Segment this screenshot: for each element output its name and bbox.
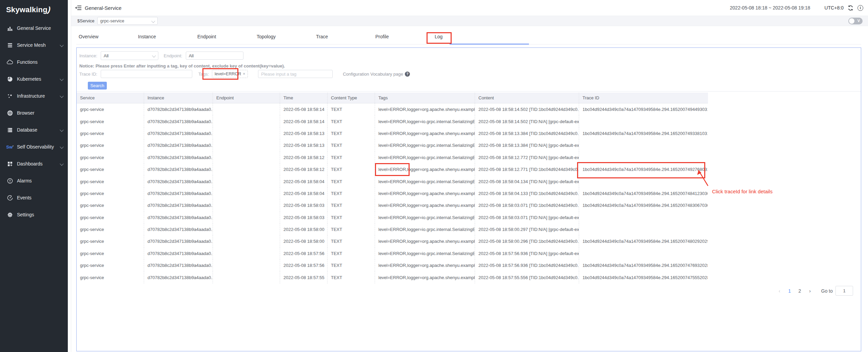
tag-chip[interactable]: level=ERROR × (212, 70, 248, 78)
cell-time: 2022-05-08 18:58:00 (280, 223, 327, 235)
cell-time: 2022-05-08 18:58:12 (280, 152, 327, 163)
endpoint-input[interactable] (186, 52, 243, 60)
database-icon (7, 127, 13, 133)
cell-tags: level=ERROR,logger=org.apache.shenyu.exa… (375, 103, 475, 115)
cell-service: grpc-service (77, 259, 144, 271)
cell-content: 2022-05-08 18:57:56.936 [TID:N/A] [grpc-… (475, 248, 579, 259)
filter-row-secondary: Trace ID: Tags: level=ERROR × Configurat… (79, 69, 410, 79)
cell-trace-id[interactable]: 1bc04d9244d349c0a74a14709349584e.294.165… (579, 235, 708, 247)
table-row[interactable]: grpc-serviced70782b8c2d347138b9a4aada0..… (77, 212, 708, 223)
sidebar-item-functions[interactable]: Functions (0, 54, 68, 71)
cell-instance: d70782b8c2d347138b9a4aada0... (144, 271, 213, 283)
time-range-picker[interactable]: 2022-05-08 18:18 ~ 2022-05-08 19:18 (730, 5, 810, 11)
column-header-content: Content (475, 93, 579, 103)
table-row[interactable]: grpc-serviced70782b8c2d347138b9a4aada0..… (77, 103, 708, 115)
sidebar-collapse-icon[interactable] (74, 3, 83, 12)
cell-content: 2022-05-08 18:58:04.134 [TID:N/A] [grpc-… (475, 175, 579, 187)
tab-topology[interactable]: Topology (257, 30, 276, 44)
cell-tags: level=ERROR,logger=io.grpc.internal.Seri… (375, 152, 475, 163)
cell-tags: level=ERROR,logger=io.grpc.internal.Seri… (375, 139, 475, 151)
table-row[interactable]: grpc-serviced70782b8c2d347138b9a4aada0..… (77, 248, 708, 259)
table-row[interactable]: grpc-serviced70782b8c2d347138b9a4aada0..… (77, 259, 708, 271)
cell-trace-id (579, 248, 708, 259)
sidebar-item-events[interactable]: Events (0, 189, 68, 206)
alert-circle-icon (7, 178, 13, 184)
sidebar-item-kubernetes[interactable]: Kubernetes (0, 71, 68, 87)
table-row[interactable]: grpc-serviced70782b8c2d347138b9a4aada0..… (77, 115, 708, 127)
cell-trace-id (579, 175, 708, 187)
cell-trace-id[interactable]: 1bc04d9244d349c0a74a14709349584e.294.165… (579, 188, 708, 199)
sidebar-item-dashboards[interactable]: Dashboards (0, 155, 68, 172)
cell-endpoint (213, 115, 280, 127)
tab-profile[interactable]: Profile (375, 30, 389, 44)
table-row[interactable]: grpc-serviced70782b8c2d347138b9a4aada0..… (77, 271, 708, 283)
trace-id-input[interactable] (101, 70, 192, 78)
column-header-endpoint: Endpoint (213, 93, 280, 103)
sidebar-item-label: Settings (17, 212, 63, 217)
sidebar-item-infrastructure[interactable]: Infrastructure (0, 87, 68, 104)
app-logo: Skywalking) (0, 0, 68, 20)
tag-chip-text: level=ERROR (215, 72, 241, 76)
sidebar-item-alarms[interactable]: Alarms (0, 172, 68, 189)
table-row[interactable]: grpc-serviced70782b8c2d347138b9a4aada0..… (77, 199, 708, 211)
cell-time: 2022-05-08 18:58:03 (280, 199, 327, 211)
cell-content-type: TEXT (327, 199, 375, 211)
tag-remove-icon[interactable]: × (243, 72, 245, 76)
dots-icon (7, 93, 13, 99)
goto-page-input[interactable] (835, 286, 853, 296)
table-row[interactable]: grpc-serviced70782b8c2d347138b9a4aada0..… (77, 175, 708, 187)
help-question-icon[interactable]: ? (405, 72, 410, 77)
sidebar-item-label: Database (17, 127, 58, 133)
cell-content: 2022-05-08 18:58:04.133 [TID:1bc04d9244d… (475, 188, 579, 199)
table-row[interactable]: grpc-serviced70782b8c2d347138b9a4aada0..… (77, 223, 708, 235)
cell-trace-id[interactable]: 1bc04d9244d349c0a74a14709349584e.294.165… (579, 103, 708, 115)
cell-instance: d70782b8c2d347138b9a4aada0... (144, 163, 213, 175)
table-row[interactable]: grpc-serviced70782b8c2d347138b9a4aada0..… (77, 163, 708, 175)
chevron-down-icon (60, 43, 63, 47)
sidebar-item-self-observability[interactable]: Sw’Self Observability (0, 138, 68, 155)
sidebar-item-general-service[interactable]: General Service (0, 20, 68, 37)
prev-page-icon[interactable]: ‹ (775, 287, 784, 295)
column-header-instance: Instance (144, 93, 213, 103)
table-row[interactable]: grpc-serviced70782b8c2d347138b9a4aada0..… (77, 128, 708, 139)
cell-trace-id[interactable]: 1bc04d9244d349c0a74a14709349584e.294.165… (579, 199, 708, 211)
instance-select[interactable]: All (101, 51, 158, 60)
sidebar-item-label: Infrastructure (17, 93, 58, 99)
cell-instance: d70782b8c2d347138b9a4aada0... (144, 235, 213, 247)
cell-trace-id[interactable]: 1bc04d9244d349c0a74a14709349584e.294.165… (579, 163, 708, 175)
tab-instance[interactable]: Instance (138, 30, 156, 44)
cell-content: 2022-05-08 18:58:14.502 [TID:N/A] [grpc-… (475, 115, 579, 127)
refresh-icon[interactable] (848, 5, 853, 11)
table-row[interactable]: grpc-serviced70782b8c2d347138b9a4aada0..… (77, 139, 708, 151)
cell-trace-id[interactable]: 1bc04d9244d349c0a74a14709349584e.294.165… (579, 128, 708, 139)
tab-overview[interactable]: Overview (79, 30, 98, 44)
page-number-2[interactable]: 2 (796, 287, 804, 295)
page-number-1[interactable]: 1 (786, 287, 794, 295)
cell-instance: d70782b8c2d347138b9a4aada0... (144, 199, 213, 211)
cell-trace-id[interactable]: 1bc04d9244d349c0a74a14709349584e.294.165… (579, 259, 708, 271)
instance-select-value: All (104, 53, 108, 58)
sidebar-item-browser[interactable]: Browser (0, 104, 68, 121)
sidebar-item-database[interactable]: Database (0, 121, 68, 138)
timer-icon (7, 195, 13, 201)
table-row[interactable]: grpc-serviced70782b8c2d347138b9a4aada0..… (77, 188, 708, 199)
sidebar-item-service-mesh[interactable]: Service Mesh (0, 37, 68, 54)
vocabulary-page-link[interactable]: Configuration Vocabulary page (343, 72, 403, 77)
table-row[interactable]: grpc-serviced70782b8c2d347138b9a4aada0..… (77, 152, 708, 163)
column-header-content-type: Content Type (327, 93, 375, 103)
search-button[interactable]: Search (88, 82, 107, 90)
next-page-icon[interactable]: › (806, 287, 814, 295)
tab-log[interactable]: Log (435, 30, 442, 44)
cell-trace-id[interactable]: 1bc04d9244d349c0a74a14709349584e.294.165… (579, 271, 708, 283)
chevron-down-icon (152, 54, 156, 57)
bar-chart-icon (7, 25, 13, 31)
tag-input[interactable] (258, 70, 333, 78)
info-icon[interactable]: i (857, 5, 863, 11)
tab-trace[interactable]: Trace (316, 30, 328, 44)
table-row[interactable]: grpc-serviced70782b8c2d347138b9a4aada0..… (77, 235, 708, 247)
sidebar-item-settings[interactable]: Settings (0, 206, 68, 223)
service-select[interactable]: grpc-service (97, 17, 158, 25)
view-mode-toggle[interactable]: V (848, 18, 863, 24)
cell-endpoint (213, 103, 280, 115)
tab-endpoint[interactable]: Endpoint (197, 30, 216, 44)
